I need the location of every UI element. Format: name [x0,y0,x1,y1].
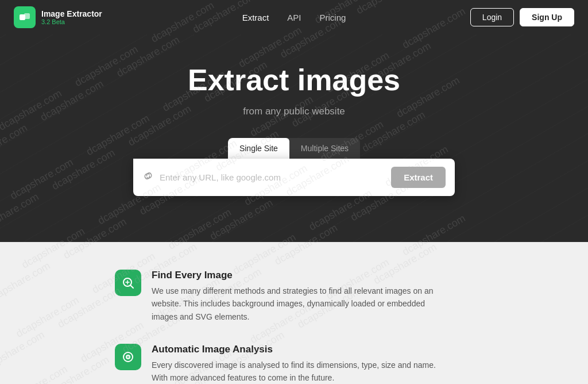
tab-multiple-sites[interactable]: Multiple Sites [289,138,360,159]
feature-auto-analysis: Automatic Image Analysis Every discovere… [115,344,473,384]
url-input-wrapper: Extract [14,159,574,196]
tabs-wrapper: Single Site Multiple Sites [14,138,574,159]
find-image-icon [115,270,141,296]
tab-single-site[interactable]: Single Site [228,138,289,159]
tab-container: Single Site Multiple Sites [228,138,360,159]
navbar: Image Extractor 3.2 Beta Extract API Pri… [0,0,588,34]
feature-find-content: Find Every Image We use many different m… [152,270,450,323]
nav-extract[interactable]: Extract [242,13,269,22]
app-name: Image Extractor [41,9,102,19]
features-section: Find Every Image We use many different m… [0,242,588,384]
feature-find-desc: We use many different methods and strate… [152,285,450,323]
hero-title: Extract images [14,63,574,98]
nav-buttons: Login Sign Up [470,8,574,26]
signup-button[interactable]: Sign Up [520,8,574,26]
svg-rect-1 [24,13,30,19]
url-input[interactable] [160,172,385,182]
extract-button[interactable]: Extract [391,167,446,188]
feature-analysis-title: Automatic Image Analysis [152,344,450,355]
feature-find-title: Find Every Image [152,270,450,281]
svg-point-8 [127,356,129,358]
feature-analysis-content: Automatic Image Analysis Every discovere… [152,344,450,384]
logo-area: Image Extractor 3.2 Beta [14,6,102,28]
hero-subtitle: from any public website [14,106,574,117]
hero-section: Extract images from any public website S… [0,34,588,242]
app-version: 3.2 Beta [41,18,102,25]
feature-analysis-desc: Every discovered image is analysed to fi… [152,359,450,384]
svg-line-3 [131,285,134,288]
login-button[interactable]: Login [470,8,514,26]
link-icon [142,170,154,185]
feature-find-every-image: Find Every Image We use many different m… [115,270,473,323]
nav-links: Extract API Pricing [242,13,346,22]
logo-icon [14,6,36,28]
analysis-icon [115,344,141,370]
nav-api[interactable]: API [287,13,301,22]
url-input-container: Extract [133,159,455,196]
logo-text: Image Extractor 3.2 Beta [41,9,102,26]
nav-pricing[interactable]: Pricing [320,13,346,22]
